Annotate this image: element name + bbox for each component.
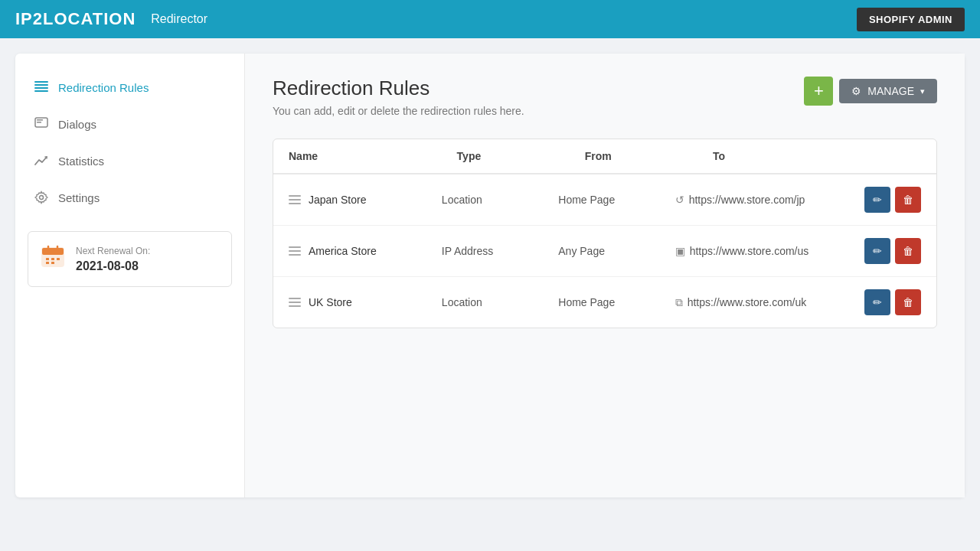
page-title: Redirection Rules	[273, 77, 524, 100]
delete-button[interactable]: 🗑	[895, 187, 921, 213]
row-name-label: Japan Store	[309, 194, 367, 206]
sidebar-item-dialogs[interactable]: Dialogs	[15, 106, 244, 142]
redirect-icon: ↺	[675, 194, 684, 206]
svg-rect-3	[34, 90, 48, 92]
table-row: America Store IP Address Any Page ▣ http…	[273, 226, 936, 277]
settings-icon	[34, 190, 49, 205]
col-header-name: Name	[289, 150, 449, 162]
row-type: IP Address	[442, 245, 550, 257]
svg-rect-14	[57, 258, 60, 260]
svg-point-7	[40, 196, 44, 200]
sidebar-item-statistics[interactable]: Statistics	[15, 142, 244, 179]
svg-rect-6	[37, 122, 41, 123]
shopify-admin-button[interactable]: SHOPIFY ADMIN	[857, 8, 965, 31]
plus-icon: +	[814, 81, 824, 101]
row-actions: ✏ 🗑	[864, 238, 921, 264]
trash-icon: 🗑	[903, 245, 913, 257]
row-from: Home Page	[558, 296, 667, 308]
sidebar-item-label-settings: Settings	[58, 191, 100, 204]
col-header-from: From	[585, 150, 705, 162]
chevron-down-icon: ▾	[920, 86, 925, 96]
row-from: Any Page	[558, 245, 667, 257]
table-row: UK Store Location Home Page ⧉ https://ww…	[273, 277, 936, 328]
edit-button[interactable]: ✏	[864, 238, 890, 264]
renewal-card: Next Renewal On: 2021-08-08	[28, 231, 232, 287]
calendar-icon	[41, 244, 65, 274]
sidebar-item-redirection-rules[interactable]: Redirection Rules	[15, 69, 244, 106]
row-to: ⧉ https://www.store.com/uk	[675, 296, 857, 309]
drag-handle-icon[interactable]	[289, 298, 301, 307]
row-to-url: https://www.store.com/uk	[688, 296, 807, 308]
row-name-uk: UK Store	[289, 296, 434, 308]
row-name-label: America Store	[309, 245, 377, 257]
manage-label: MANAGE	[867, 85, 914, 97]
header-left: IP2LOCATION Redirector	[15, 9, 207, 29]
trash-icon: 🗑	[903, 296, 913, 308]
main-content: Redirection Rules You can add, edit or d…	[245, 54, 965, 497]
renewal-date: 2021-08-08	[76, 259, 150, 273]
page-title-area: Redirection Rules You can add, edit or d…	[273, 77, 524, 117]
row-to: ↺ https://www.store.com/jp	[675, 194, 857, 206]
drag-handle-icon[interactable]	[289, 246, 301, 256]
svg-rect-0	[34, 81, 48, 83]
pencil-icon: ✏	[873, 245, 882, 257]
svg-rect-9	[42, 248, 64, 255]
row-name-america: America Store	[289, 245, 434, 257]
row-from: Home Page	[558, 194, 667, 206]
pencil-icon: ✏	[873, 194, 882, 206]
rules-table: Name Type From To Japan Store Location H…	[273, 139, 937, 328]
logo: IP2LOCATION	[15, 9, 136, 29]
row-name-japan: Japan Store	[289, 194, 434, 206]
app-name: Redirector	[151, 12, 207, 26]
row-name-label: UK Store	[309, 296, 352, 308]
svg-rect-15	[46, 262, 49, 264]
pencil-icon: ✏	[873, 296, 882, 308]
delete-button[interactable]: 🗑	[895, 238, 921, 264]
manage-button[interactable]: ⚙ MANAGE ▾	[839, 79, 937, 103]
sidebar-item-label-statistics: Statistics	[58, 155, 104, 168]
row-actions: ✏ 🗑	[864, 289, 921, 315]
row-type: Location	[442, 296, 550, 308]
trash-icon: 🗑	[903, 194, 913, 206]
svg-rect-1	[34, 84, 48, 86]
page-subtitle: You can add, edit or delete the redirect…	[273, 105, 524, 117]
dialog-icon	[34, 116, 49, 132]
row-to-url: https://www.store.com/us	[690, 245, 809, 257]
row-actions: ✏ 🗑	[864, 187, 921, 213]
drag-handle-icon[interactable]	[289, 195, 301, 204]
col-header-type: Type	[457, 150, 577, 162]
chart-icon	[34, 153, 49, 168]
row-to: ▣ https://www.store.com/us	[675, 245, 857, 257]
list-icon	[34, 80, 49, 95]
svg-rect-16	[51, 262, 54, 264]
add-rule-button[interactable]: +	[804, 77, 833, 106]
table-row: Japan Store Location Home Page ↺ https:/…	[273, 174, 936, 226]
gear-icon: ⚙	[851, 85, 861, 97]
header-actions: + ⚙ MANAGE ▾	[804, 77, 937, 106]
sidebar-item-settings[interactable]: Settings	[15, 179, 244, 216]
sidebar: Redirection Rules Dialogs Statistics	[15, 54, 245, 497]
svg-rect-12	[46, 258, 49, 260]
svg-rect-2	[34, 87, 48, 89]
renewal-info: Next Renewal On: 2021-08-08	[76, 246, 150, 273]
row-to-url: https://www.store.com/jp	[689, 194, 805, 206]
main-container: Redirection Rules Dialogs Statistics	[15, 54, 965, 497]
col-header-to: To	[713, 150, 913, 162]
delete-button[interactable]: 🗑	[895, 289, 921, 315]
row-type: Location	[442, 194, 550, 206]
sidebar-item-label-dialogs: Dialogs	[58, 118, 96, 131]
edit-button[interactable]: ✏	[864, 289, 890, 315]
table-header: Name Type From To	[273, 139, 936, 174]
window-icon: ▣	[675, 245, 685, 257]
svg-rect-5	[37, 119, 43, 121]
app-header: IP2LOCATION Redirector SHOPIFY ADMIN	[0, 0, 980, 38]
content-header: Redirection Rules You can add, edit or d…	[273, 77, 937, 117]
renewal-label: Next Renewal On:	[76, 246, 150, 256]
svg-rect-13	[51, 258, 54, 260]
copy-icon: ⧉	[675, 296, 683, 309]
edit-button[interactable]: ✏	[864, 187, 890, 213]
sidebar-item-label-redirection-rules: Redirection Rules	[58, 81, 149, 94]
